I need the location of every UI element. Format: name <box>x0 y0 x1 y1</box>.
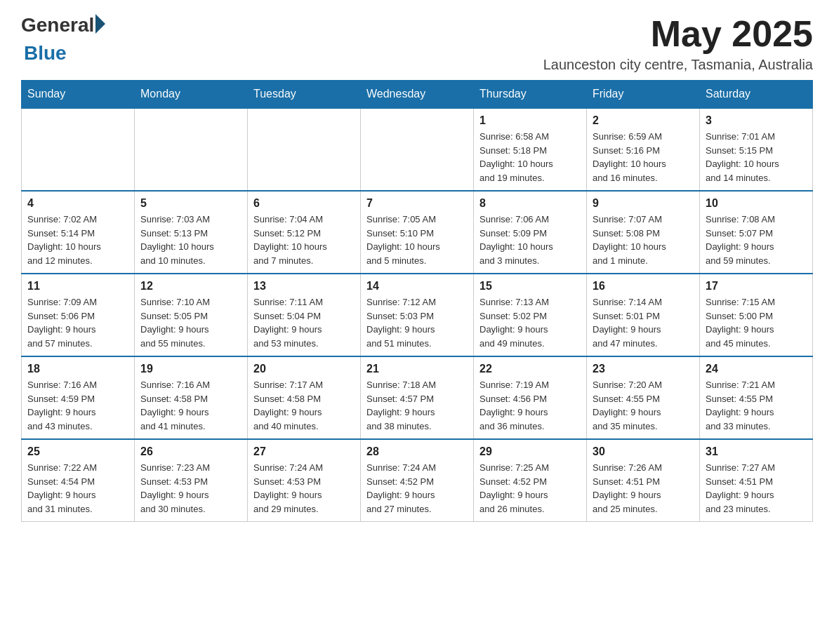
calendar-cell: 27Sunrise: 7:24 AMSunset: 4:53 PMDayligh… <box>248 439 361 522</box>
calendar-week-row: 25Sunrise: 7:22 AMSunset: 4:54 PMDayligh… <box>22 439 813 522</box>
calendar-cell: 25Sunrise: 7:22 AMSunset: 4:54 PMDayligh… <box>22 439 135 522</box>
day-info: Sunrise: 7:07 AMSunset: 5:08 PMDaylight:… <box>593 213 694 267</box>
logo: General Blue <box>21 14 105 65</box>
day-number: 17 <box>706 280 807 293</box>
day-number: 5 <box>140 197 241 210</box>
day-number: 25 <box>27 445 128 458</box>
calendar-cell <box>361 108 474 191</box>
day-number: 7 <box>366 197 468 210</box>
day-info: Sunrise: 7:12 AMSunset: 5:03 PMDaylight:… <box>366 295 468 350</box>
day-number: 6 <box>253 197 355 210</box>
day-of-week-header: Saturday <box>700 81 813 109</box>
day-number: 18 <box>27 363 128 375</box>
day-number: 10 <box>706 197 807 210</box>
day-number: 26 <box>140 445 241 458</box>
day-info: Sunrise: 7:09 AMSunset: 5:06 PMDaylight:… <box>27 295 128 350</box>
day-number: 11 <box>27 280 128 293</box>
calendar-week-row: 4Sunrise: 7:02 AMSunset: 5:14 PMDaylight… <box>22 191 813 274</box>
title-section: May 2025 Launceston city centre, Tasmani… <box>543 14 813 73</box>
calendar-week-row: 11Sunrise: 7:09 AMSunset: 5:06 PMDayligh… <box>22 274 813 356</box>
calendar-cell: 23Sunrise: 7:20 AMSunset: 4:55 PMDayligh… <box>587 356 700 439</box>
day-info: Sunrise: 7:08 AMSunset: 5:07 PMDaylight:… <box>706 213 807 267</box>
day-info: Sunrise: 7:21 AMSunset: 4:55 PMDaylight:… <box>706 378 807 433</box>
calendar-cell <box>22 108 135 191</box>
calendar-cell: 14Sunrise: 7:12 AMSunset: 5:03 PMDayligh… <box>361 274 474 356</box>
day-number: 9 <box>593 197 694 210</box>
day-info: Sunrise: 7:17 AMSunset: 4:58 PMDaylight:… <box>253 378 355 433</box>
calendar-cell: 28Sunrise: 7:24 AMSunset: 4:52 PMDayligh… <box>361 439 474 522</box>
day-info: Sunrise: 7:14 AMSunset: 5:01 PMDaylight:… <box>593 295 694 350</box>
day-info: Sunrise: 7:10 AMSunset: 5:05 PMDaylight:… <box>140 295 241 350</box>
calendar-cell: 18Sunrise: 7:16 AMSunset: 4:59 PMDayligh… <box>22 356 135 439</box>
day-number: 22 <box>479 363 581 375</box>
day-info: Sunrise: 7:05 AMSunset: 5:10 PMDaylight:… <box>366 213 468 267</box>
day-info: Sunrise: 7:27 AMSunset: 4:51 PMDaylight:… <box>706 461 807 516</box>
day-number: 24 <box>706 363 807 375</box>
day-number: 1 <box>479 114 581 127</box>
calendar-header-row: SundayMondayTuesdayWednesdayThursdayFrid… <box>22 81 813 109</box>
day-info: Sunrise: 7:23 AMSunset: 4:53 PMDaylight:… <box>140 461 241 516</box>
logo-blue-text: Blue <box>24 42 105 65</box>
day-number: 23 <box>593 363 694 375</box>
calendar-cell: 21Sunrise: 7:18 AMSunset: 4:57 PMDayligh… <box>361 356 474 439</box>
day-info: Sunrise: 7:24 AMSunset: 4:52 PMDaylight:… <box>366 461 468 516</box>
calendar-cell: 15Sunrise: 7:13 AMSunset: 5:02 PMDayligh… <box>474 274 587 356</box>
calendar-cell <box>135 108 248 191</box>
day-number: 19 <box>140 363 241 375</box>
day-info: Sunrise: 7:04 AMSunset: 5:12 PMDaylight:… <box>253 213 355 267</box>
day-info: Sunrise: 7:19 AMSunset: 4:56 PMDaylight:… <box>479 378 581 433</box>
day-number: 8 <box>479 197 581 210</box>
day-info: Sunrise: 7:06 AMSunset: 5:09 PMDaylight:… <box>479 213 581 267</box>
day-number: 13 <box>253 280 355 293</box>
calendar-week-row: 18Sunrise: 7:16 AMSunset: 4:59 PMDayligh… <box>22 356 813 439</box>
day-number: 12 <box>140 280 241 293</box>
calendar-cell: 22Sunrise: 7:19 AMSunset: 4:56 PMDayligh… <box>474 356 587 439</box>
day-info: Sunrise: 6:58 AMSunset: 5:18 PMDaylight:… <box>479 130 581 185</box>
calendar-cell: 1Sunrise: 6:58 AMSunset: 5:18 PMDaylight… <box>474 108 587 191</box>
logo-arrow-icon <box>95 14 105 34</box>
calendar-cell: 10Sunrise: 7:08 AMSunset: 5:07 PMDayligh… <box>700 191 813 274</box>
calendar-cell: 7Sunrise: 7:05 AMSunset: 5:10 PMDaylight… <box>361 191 474 274</box>
calendar-cell: 29Sunrise: 7:25 AMSunset: 4:52 PMDayligh… <box>474 439 587 522</box>
calendar-cell: 30Sunrise: 7:26 AMSunset: 4:51 PMDayligh… <box>587 439 700 522</box>
day-info: Sunrise: 7:01 AMSunset: 5:15 PMDaylight:… <box>706 130 807 185</box>
day-number: 4 <box>27 197 128 210</box>
month-year-title: May 2025 <box>543 14 813 54</box>
day-info: Sunrise: 7:24 AMSunset: 4:53 PMDaylight:… <box>253 461 355 516</box>
day-of-week-header: Monday <box>135 81 248 109</box>
day-number: 27 <box>253 445 355 458</box>
day-info: Sunrise: 7:16 AMSunset: 4:59 PMDaylight:… <box>27 378 128 433</box>
calendar-cell: 8Sunrise: 7:06 AMSunset: 5:09 PMDaylight… <box>474 191 587 274</box>
day-number: 21 <box>366 363 468 375</box>
calendar-cell: 16Sunrise: 7:14 AMSunset: 5:01 PMDayligh… <box>587 274 700 356</box>
day-info: Sunrise: 7:16 AMSunset: 4:58 PMDaylight:… <box>140 378 241 433</box>
calendar-cell: 11Sunrise: 7:09 AMSunset: 5:06 PMDayligh… <box>22 274 135 356</box>
day-info: Sunrise: 7:02 AMSunset: 5:14 PMDaylight:… <box>27 213 128 267</box>
day-number: 14 <box>366 280 468 293</box>
day-info: Sunrise: 7:20 AMSunset: 4:55 PMDaylight:… <box>593 378 694 433</box>
calendar-week-row: 1Sunrise: 6:58 AMSunset: 5:18 PMDaylight… <box>22 108 813 191</box>
calendar-table: SundayMondayTuesdayWednesdayThursdayFrid… <box>21 80 813 522</box>
day-info: Sunrise: 7:26 AMSunset: 4:51 PMDaylight:… <box>593 461 694 516</box>
calendar-cell: 26Sunrise: 7:23 AMSunset: 4:53 PMDayligh… <box>135 439 248 522</box>
calendar-cell: 12Sunrise: 7:10 AMSunset: 5:05 PMDayligh… <box>135 274 248 356</box>
day-number: 15 <box>479 280 581 293</box>
calendar-cell: 24Sunrise: 7:21 AMSunset: 4:55 PMDayligh… <box>700 356 813 439</box>
calendar-cell: 19Sunrise: 7:16 AMSunset: 4:58 PMDayligh… <box>135 356 248 439</box>
day-number: 31 <box>706 445 807 458</box>
day-info: Sunrise: 7:18 AMSunset: 4:57 PMDaylight:… <box>366 378 468 433</box>
day-info: Sunrise: 7:13 AMSunset: 5:02 PMDaylight:… <box>479 295 581 350</box>
calendar-cell <box>248 108 361 191</box>
day-of-week-header: Thursday <box>474 81 587 109</box>
page-header: General Blue May 2025 Launceston city ce… <box>21 14 813 73</box>
calendar-cell: 13Sunrise: 7:11 AMSunset: 5:04 PMDayligh… <box>248 274 361 356</box>
day-info: Sunrise: 6:59 AMSunset: 5:16 PMDaylight:… <box>593 130 694 185</box>
calendar-cell: 6Sunrise: 7:04 AMSunset: 5:12 PMDaylight… <box>248 191 361 274</box>
day-number: 20 <box>253 363 355 375</box>
day-number: 3 <box>706 114 807 127</box>
calendar-cell: 4Sunrise: 7:02 AMSunset: 5:14 PMDaylight… <box>22 191 135 274</box>
day-of-week-header: Tuesday <box>248 81 361 109</box>
calendar-cell: 20Sunrise: 7:17 AMSunset: 4:58 PMDayligh… <box>248 356 361 439</box>
location-subtitle: Launceston city centre, Tasmania, Austra… <box>543 57 813 73</box>
day-number: 16 <box>593 280 694 293</box>
